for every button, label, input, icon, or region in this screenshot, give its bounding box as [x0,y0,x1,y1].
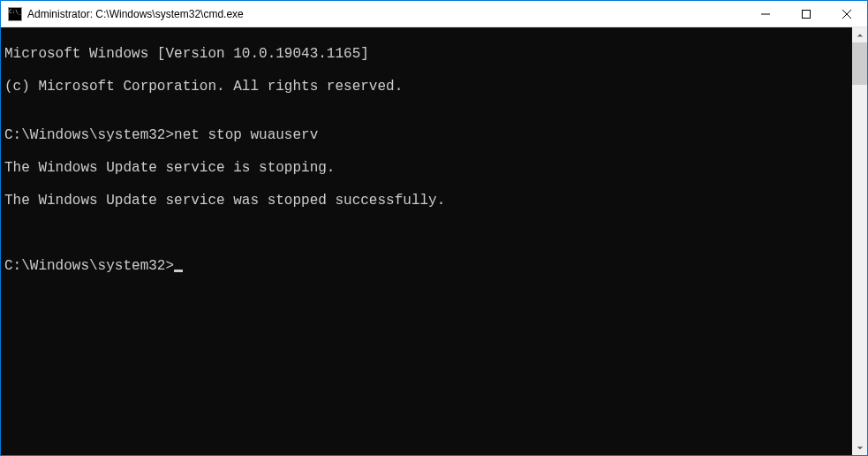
chevron-up-icon [857,32,864,39]
close-button[interactable] [826,1,867,27]
scroll-up-button[interactable] [852,27,867,42]
window-title: Administrator: C:\Windows\system32\cmd.e… [27,8,745,20]
maximize-icon [802,10,811,19]
terminal-prompt: C:\Windows\system32> [4,258,174,274]
terminal[interactable]: Microsoft Windows [Version 10.0.19043.11… [1,27,852,455]
window: Administrator: C:\Windows\system32\cmd.e… [0,0,868,456]
window-controls [745,1,867,27]
minimize-button[interactable] [745,1,786,27]
scroll-down-button[interactable] [852,440,867,455]
svg-rect-1 [803,10,811,18]
terminal-line: C:\Windows\system32>net stop wuauserv [4,127,852,144]
cursor-icon [174,270,183,272]
scroll-thumb[interactable] [852,42,867,85]
content-area: Microsoft Windows [Version 10.0.19043.11… [1,27,867,455]
terminal-line: Microsoft Windows [Version 10.0.19043.11… [4,46,852,63]
chevron-down-icon [857,445,864,452]
cmd-icon [8,7,22,21]
terminal-line: The Windows Update service is stopping. [4,160,852,177]
titlebar[interactable]: Administrator: C:\Windows\system32\cmd.e… [1,1,867,27]
terminal-prompt-line: C:\Windows\system32> [4,258,852,275]
terminal-line: The Windows Update service was stopped s… [4,193,852,209]
maximize-button[interactable] [786,1,826,27]
close-icon [842,10,851,19]
scroll-track[interactable] [852,42,867,440]
scrollbar[interactable] [852,27,867,455]
terminal-line: (c) Microsoft Corporation. All rights re… [4,79,852,95]
minimize-icon [761,10,770,19]
